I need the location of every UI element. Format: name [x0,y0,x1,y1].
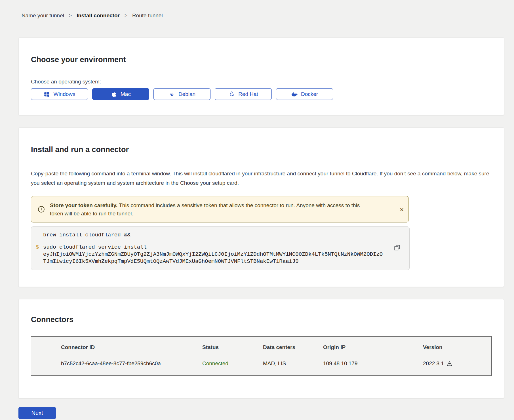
warning-triangle-icon[interactable] [446,361,452,367]
connectors-card: Connectors Connector ID Status Data cent… [18,299,504,398]
os-button-redhat[interactable]: Red Hat [215,88,272,100]
breadcrumb-separator: > [69,13,72,18]
tunnel-setup-page: Name your tunnel > Install connector > R… [0,12,514,419]
os-button-debian[interactable]: Debian [153,88,210,100]
debian-swirl-icon [168,91,175,98]
next-button[interactable]: Next [18,407,56,419]
os-button-label: Red Hat [238,91,258,97]
apple-logo-icon [111,91,117,98]
breadcrumb-name-your-tunnel[interactable]: Name your tunnel [22,12,64,19]
version-value: 2022.3.1 [423,360,444,367]
os-button-label: Mac [121,91,131,97]
warning-text-bold: Store your token carefully. [50,202,117,208]
os-button-docker[interactable]: Docker [276,88,333,100]
table-row: b7c52c42-6caa-48ee-8c77-fbe259cb6c0a Con… [61,360,486,367]
copy-icon[interactable] [393,244,402,253]
cell-version: 2022.3.1 [423,360,486,367]
sudo-command: sudo cloudflared service install [43,244,147,250]
install-connector-card: Install and run a connector Copy-paste t… [18,127,504,287]
os-button-label: Docker [301,91,318,97]
install-command-text: sudo cloudflared service install eyJhIjo… [43,244,384,265]
connectors-table-header: Connector ID Status Data centers Origin … [61,344,486,350]
warning-text: Store your token carefully. This command… [50,201,370,218]
cell-origin-ip: 109.48.10.179 [323,360,423,367]
os-button-label: Debian [178,91,195,97]
col-header-connector-id: Connector ID [61,344,202,350]
os-button-label: Windows [53,91,75,97]
install-description: Copy-paste the following command into a … [31,169,492,188]
windows-logo-icon [43,91,50,98]
col-header-status: Status [202,344,263,350]
breadcrumb-route-tunnel: Route tunnel [132,12,163,19]
shell-prompt: $ [36,244,43,265]
col-header-data-centers: Data centers [263,344,323,350]
close-icon[interactable]: ✕ [400,206,404,212]
connectors-card-title: Connectors [31,315,492,324]
col-header-origin-ip: Origin IP [323,344,423,350]
alert-circle-icon [37,205,45,213]
breadcrumb: Name your tunnel > Install connector > R… [22,12,514,19]
col-header-version: Version [423,344,486,350]
os-label: Choose an operating system: [31,79,492,85]
os-button-mac[interactable]: Mac [92,88,149,100]
code-line-brew: brew install cloudflared && [43,232,384,239]
breadcrumb-separator: > [125,13,127,18]
connectors-table: Connector ID Status Data centers Origin … [31,336,492,376]
breadcrumb-install-connector: Install connector [77,12,120,19]
docker-whale-icon [291,91,298,98]
linux-tux-icon [228,91,235,98]
install-command-code-block: brew install cloudflared && $ sudo cloud… [31,226,410,270]
os-button-windows[interactable]: Windows [31,88,88,100]
cell-status: Connected [202,360,263,367]
cell-connector-id: b7c52c42-6caa-48ee-8c77-fbe259cb6c0a [61,360,202,367]
code-line-service-install: $ sudo cloudflared service install eyJhI… [36,244,384,265]
token-warning-banner: Store your token carefully. This command… [31,196,409,222]
cell-data-centers: MAD, LIS [263,360,323,367]
install-card-title: Install and run a connector [31,145,492,154]
os-button-group: Windows Mac Debian [31,88,492,100]
choose-environment-card: Choose your environment Choose an operat… [18,37,504,115]
environment-card-title: Choose your environment [31,55,492,64]
tunnel-token: eyJhIjoiOWM1YjczYzhmZGNmZDUyOTg2ZjA3NmJm… [43,251,383,264]
